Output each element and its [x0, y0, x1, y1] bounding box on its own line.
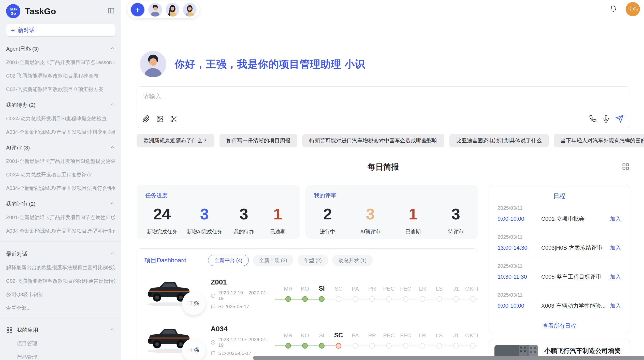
notification-bell-icon[interactable] [609, 5, 617, 13]
milestone-dot[interactable] [369, 296, 375, 302]
tab-all-new-body[interactable]: 全新上装 (3) [253, 255, 294, 266]
milestone-dot[interactable] [453, 296, 459, 302]
add-assistant-button[interactable]: + [130, 3, 145, 17]
list-item[interactable]: C02-飞腾新能源轻客改款项目立项汇报方案 [6, 86, 115, 93]
schedule-event[interactable]: 2025/03/11 10:30-11:30 C005-整车工程目标评审 加入 [497, 258, 621, 287]
collapse-sidebar-icon[interactable] [107, 7, 115, 15]
section-recent-chats[interactable]: 最近对话 [6, 250, 115, 258]
assistant-avatar-2[interactable] [166, 3, 179, 17]
view-all-chats[interactable]: 查看全部... [6, 305, 115, 311]
list-item[interactable]: A034-全新新能源MUV产品开发项目法规符合性评审 [6, 185, 115, 192]
chevron-up-icon[interactable] [110, 251, 115, 257]
section-ai-review[interactable]: AI评审 (3) [6, 144, 115, 151]
milestone-dot[interactable] [403, 296, 408, 302]
chevron-up-icon[interactable] [110, 201, 115, 207]
schedule-event[interactable]: 2025/03/11 9:00-10:00 C001-立项审批会 加入 [497, 200, 621, 229]
suggestion-chip[interactable]: 当下年轻人对汽车外观有怎样的喜好趋势 [554, 134, 644, 147]
tab-all-new-platform[interactable]: 全新平台 (4) [208, 255, 249, 266]
milestone-dot[interactable] [285, 296, 291, 302]
project-row-a034[interactable]: 王强 A034 2023-12-19 ~ 2026-01-19 SC-2025-… [144, 321, 470, 359]
join-link[interactable]: 加入 [610, 215, 621, 223]
section-my-review[interactable]: 我的评审 (2) [6, 200, 115, 207]
suggestion-chip[interactable]: 如何写一份清晰的项目周报 [219, 134, 297, 147]
image-upload-icon[interactable] [156, 115, 164, 124]
chevron-up-icon[interactable] [110, 46, 115, 52]
stat-my-todo[interactable]: 3我的待办 [232, 205, 256, 235]
list-item[interactable]: Z001-全新燃油皮卡产品开发项目SI节点Lesson Learn报告 [6, 59, 115, 66]
assistant-avatar-1[interactable] [148, 3, 162, 17]
milestone-dot[interactable] [436, 296, 442, 302]
user-avatar[interactable]: 王强 [626, 2, 640, 16]
stat-in-progress[interactable]: 2进行中 [315, 205, 340, 235]
join-link[interactable]: 加入 [610, 244, 621, 252]
sidebar-item-product-mgmt[interactable]: 产品管理 [17, 354, 115, 360]
list-item[interactable]: Z001-全新燃油轻卡产品开发项目SI节点属性5D文件评审 [6, 214, 115, 221]
milestone-dot[interactable] [285, 343, 291, 349]
stat-pending-review[interactable]: 3待评审 [444, 205, 468, 235]
right-column: 日程 2025/03/11 9:00-10:00 C001-立项审批会 加入 2… [489, 185, 630, 360]
milestone-dot[interactable] [470, 296, 476, 302]
milestone-dot[interactable] [302, 343, 308, 349]
milestone-dot[interactable] [336, 296, 341, 302]
project-row-z001[interactable]: 王强 Z001 2023-12-19 ~ 2027-01-19 SI-2025-… [144, 275, 470, 313]
chevron-up-icon[interactable] [110, 102, 115, 108]
list-item[interactable]: Z001-全新燃油轻卡产品开发项目SI造型提交物评审 [6, 158, 115, 165]
list-item[interactable]: 解释最新出台的欧盟报废车法规再生塑料比例被调至15%... [6, 264, 115, 271]
milestone-dot[interactable] [353, 343, 358, 349]
schedule-event[interactable]: 2025/03/11 9:00-10:00 X003-车辆动力学性能验... 加… [497, 287, 621, 316]
layout-grid-icon[interactable] [622, 163, 630, 171]
chevron-up-icon[interactable] [110, 327, 115, 333]
milestone-dot[interactable] [353, 296, 358, 302]
stat-overdue[interactable]: 1已逾期 [401, 205, 425, 235]
list-item[interactable]: A034-全新新能源MUV产品开发项目计划变更表编写 [6, 129, 115, 136]
sidebar-item-my-apps[interactable]: 我的应用 [6, 326, 115, 334]
milestone-dot[interactable] [420, 296, 425, 302]
suggestion-chip[interactable]: 比亚迪全固态电池计划具体说了什么 [449, 134, 549, 147]
sidebar-item-project-mgmt[interactable]: 项目管理 [17, 340, 115, 347]
attachment-icon[interactable] [142, 115, 150, 124]
voice-call-icon[interactable] [589, 115, 597, 124]
microphone-icon[interactable] [602, 115, 610, 124]
new-chat-button[interactable]: + 新对话 [6, 24, 115, 37]
view-all-schedule-link[interactable]: 查看所有日程 [497, 322, 621, 330]
event-time: 9:00-10:00 [497, 303, 541, 309]
stat-new-done[interactable]: 24新增完成任务 [147, 205, 177, 235]
screenshot-scissors-icon[interactable] [170, 115, 178, 124]
send-icon[interactable] [616, 115, 624, 124]
milestone-dot[interactable] [369, 343, 375, 349]
milestone-dot[interactable] [302, 296, 308, 302]
milestone-dot[interactable] [436, 343, 442, 349]
stat-ai-pre-review[interactable]: 3AI预评审 [358, 205, 383, 235]
assistant-avatar-3[interactable] [183, 3, 197, 17]
milestone-dot[interactable] [453, 343, 459, 349]
join-link[interactable]: 加入 [610, 302, 621, 310]
message-composer[interactable]: 请输入... [137, 86, 630, 128]
schedule-event[interactable]: 2025/03/11 13:00-14:30 C003|H0B-方案冻结评审 加… [497, 229, 621, 258]
list-item[interactable]: A034-全新新能源MUV产品开发项目造型可行性评审 [6, 228, 115, 234]
milestone-dot[interactable] [319, 296, 325, 302]
milestone-dot[interactable] [336, 343, 341, 349]
milestone-dot[interactable] [403, 343, 408, 349]
stat-new-ai-done[interactable]: 3新增AI完成任务 [187, 205, 222, 235]
chevron-up-icon[interactable] [110, 145, 115, 151]
suggestion-chip[interactable]: 特朗普可能对进口汽车增税会对中国车企造成哪些影响 [302, 134, 444, 147]
stat-overdue[interactable]: 1已逾期 [266, 205, 290, 235]
list-item[interactable]: C0X4-动力总成开发项目工程变更评审 [6, 171, 115, 178]
list-item[interactable]: C02-飞腾新能源轻客改款项目的闭环通告反馈情况 [6, 278, 115, 284]
suggestion-chip[interactable]: 欧洲新规最近颁布了什么？ [137, 134, 214, 147]
horizontal-scrollbar[interactable] [253, 356, 644, 360]
project-flag: SC-2025-05-17 [218, 351, 251, 356]
section-my-todo[interactable]: 我的待办 (2) [6, 101, 115, 109]
list-item[interactable]: C02-飞腾新能源轻客改款项目里程碑画布 [6, 72, 115, 79]
section-agent-done[interactable]: Agent已办 (3) [6, 45, 115, 52]
join-link[interactable]: 加入 [610, 273, 621, 281]
tab-powertrain-dev[interactable]: 动总开发 (1) [332, 255, 373, 266]
list-item[interactable]: C0X4-动力总成开发项目SI里程碑提交物检查 [6, 115, 115, 122]
milestone-dot[interactable] [420, 343, 425, 349]
milestone-dot[interactable] [319, 343, 325, 349]
milestone-dot[interactable] [470, 343, 476, 349]
milestone-dot[interactable] [386, 296, 392, 302]
tab-year-model[interactable]: 年型 (2) [298, 255, 328, 266]
milestone-dot[interactable] [386, 343, 392, 349]
list-item[interactable]: 公司Q3轻卡销量 [6, 291, 115, 298]
